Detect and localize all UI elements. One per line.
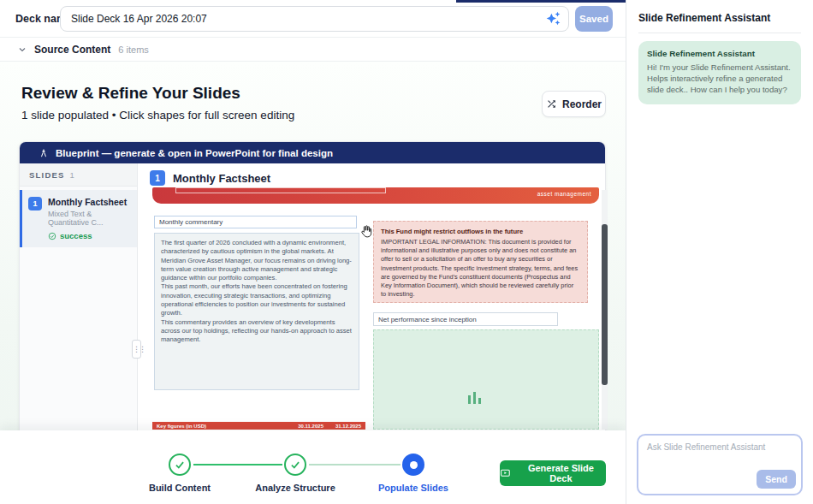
assistant-panel-title: Slide Refinement Assistant <box>638 12 770 24</box>
slides-panel-header: SLIDES 1 <box>20 163 137 187</box>
bar-chart-icon <box>467 390 483 404</box>
step-populate-slides-icon <box>402 454 424 476</box>
preview-slide-title: Monthly Factsheet <box>173 172 270 185</box>
commentary-paragraph: This commentary provides an overview of … <box>161 318 353 345</box>
preview-slide-number-badge: 1 <box>150 170 165 186</box>
key-figures-title: Key figures (in USD) <box>157 424 206 429</box>
generate-label: Generate Slide Deck <box>516 463 606 483</box>
legal-warning-shape[interactable]: This Fund might restrict outflows in the… <box>373 221 588 303</box>
page-subtitle: 1 slide populated • Click shapes for ful… <box>21 109 294 122</box>
step-label-analyze-structure: Analyze Structure <box>235 483 355 493</box>
progress-footer: Build Content Analyze Structure Populate… <box>0 430 626 504</box>
top-progress-strip <box>456 0 626 3</box>
slides-panel: SLIDES 1 1 Monthly Factsheet Mixed Text … <box>20 163 138 459</box>
assistant-message-body: Hi! I'm your Slide Refinement Assistant.… <box>647 62 792 95</box>
app-window: Deck name Saved Source Content 6 items R… <box>0 0 813 504</box>
slide-header-shape[interactable]: asset management <box>152 187 599 204</box>
step-connector-2 <box>309 464 401 465</box>
warning-body: IMPORTANT LEGAL INFORMATION: This docume… <box>381 238 580 299</box>
saved-button[interactable]: Saved <box>575 6 613 32</box>
step-build-content-icon <box>169 454 191 476</box>
source-content-count: 6 items <box>118 44 148 55</box>
step-connector-1 <box>193 464 282 465</box>
step-analyze-structure-icon <box>284 454 306 476</box>
chevron-down-icon[interactable] <box>17 44 27 55</box>
chart-label-shape[interactable]: Net performance since inception <box>373 312 558 326</box>
header-bar: Deck name Saved <box>0 0 626 38</box>
slide-status-badge: success <box>60 231 92 240</box>
slide-title-placeholder[interactable] <box>175 187 386 193</box>
architecture-icon <box>39 148 49 158</box>
preview-scrollbar[interactable] <box>602 190 608 430</box>
commentary-label-text: Monthly commentary <box>159 218 223 226</box>
slide-number-badge: 1 <box>28 197 42 210</box>
hand-cursor <box>359 224 373 239</box>
reorder-label: Reorder <box>562 98 602 110</box>
page-title: Review & Refine Your Slides <box>21 84 240 103</box>
step-label-build-content: Build Content <box>128 483 231 493</box>
pane-resize-handle[interactable]: ⋮⋮ <box>132 340 141 359</box>
key-figures-date-1: 30.11.2025 <box>298 424 323 429</box>
key-figures-date-2: 31.12.2025 <box>335 424 361 429</box>
commentary-label-shape[interactable]: Monthly commentary <box>154 216 357 228</box>
chart-label-text: Net performance since inception <box>378 316 477 323</box>
sidebar-divider <box>638 33 801 33</box>
commentary-paragraph: This past month, our efforts have been c… <box>161 282 353 317</box>
blueprint-banner[interactable]: Blueprint — generate & open in PowerPoin… <box>20 142 605 163</box>
slides-header-label: SLIDES <box>29 170 65 180</box>
check-circle-icon <box>48 232 56 240</box>
slide-item-title: Monthly Factsheet <box>48 197 130 207</box>
slide-item-subtitle: Mixed Text & Quantitative C... <box>48 210 130 227</box>
send-button[interactable]: Send <box>757 470 796 489</box>
step-label-populate-slides: Populate Slides <box>362 483 465 493</box>
source-content-row[interactable]: Source Content 6 items <box>0 38 626 62</box>
assistant-input[interactable] <box>638 436 801 473</box>
key-figures-shape[interactable]: Key figures (in USD) 30.11.2025 31.12.20… <box>152 422 365 430</box>
assistant-message: Slide Refinement Assistant Hi! I'm your … <box>638 41 801 104</box>
assistant-sidebar: Slide Refinement Assistant Slide Refinem… <box>626 0 813 504</box>
commentary-paragraph: The first quarter of 2026 concluded with… <box>161 239 353 282</box>
deck-name-input[interactable] <box>60 6 569 32</box>
commentary-text-shape[interactable]: The first quarter of 2026 concluded with… <box>154 233 359 390</box>
source-content-label: Source Content <box>34 44 110 56</box>
reorder-button[interactable]: Reorder <box>542 91 606 117</box>
brand-text: asset management <box>537 191 591 197</box>
slides-count: 1 <box>70 170 74 180</box>
scrollbar-thumb[interactable] <box>602 224 608 385</box>
presentation-icon <box>500 468 511 479</box>
chart-placeholder-shape[interactable] <box>373 329 599 430</box>
generate-slide-deck-button[interactable]: Generate Slide Deck <box>500 460 606 486</box>
shuffle-icon <box>546 98 557 110</box>
assistant-input-container: Send <box>637 434 803 495</box>
assistant-message-title: Slide Refinement Assistant <box>647 49 792 58</box>
blueprint-banner-label: Blueprint — generate & open in PowerPoin… <box>56 148 333 158</box>
warning-title: This Fund might restrict outflows in the… <box>381 228 580 235</box>
sparkle-icon[interactable] <box>545 11 561 27</box>
slide-list-item[interactable]: 1 Monthly Factsheet Mixed Text & Quantit… <box>20 190 137 247</box>
